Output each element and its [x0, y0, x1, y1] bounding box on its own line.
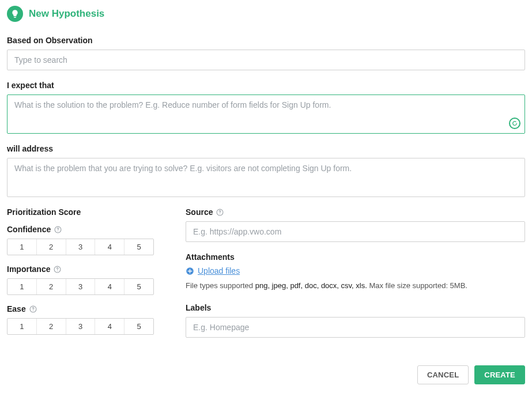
ease-scale: 1 2 3 4 5	[7, 318, 154, 335]
confidence-2[interactable]: 2	[37, 239, 66, 255]
expect-textarea[interactable]	[7, 95, 525, 134]
help-icon[interactable]	[216, 209, 224, 216]
footer-actions: CANCEL CREATE	[7, 365, 525, 384]
plus-circle-icon	[186, 267, 194, 275]
labels-input[interactable]	[186, 317, 525, 338]
observation-input[interactable]	[7, 50, 525, 70]
confidence-label-text: Confidence	[7, 225, 51, 234]
help-icon[interactable]	[29, 305, 37, 313]
importance-label-text: Importance	[7, 264, 50, 274]
source-label: Source	[186, 207, 525, 217]
expect-label: I expect that	[7, 81, 525, 90]
confidence-3[interactable]: 3	[66, 239, 96, 255]
ease-label-text: Ease	[7, 304, 26, 313]
note-suffix: Max file size supported: 5MB.	[367, 281, 467, 290]
importance-2[interactable]: 2	[37, 279, 66, 294]
cancel-button[interactable]: CANCEL	[417, 365, 469, 384]
source-label-text: Source	[186, 207, 213, 217]
ease-3[interactable]: 3	[66, 319, 96, 334]
ease-2[interactable]: 2	[37, 319, 66, 334]
source-input[interactable]	[186, 221, 525, 242]
confidence-label: Confidence	[7, 225, 157, 234]
importance-3[interactable]: 3	[66, 279, 96, 294]
ease-label: Ease	[7, 304, 157, 313]
create-button[interactable]: CREATE	[474, 365, 525, 384]
page-header: New Hypothesis	[7, 6, 525, 22]
svg-point-1	[58, 230, 58, 231]
importance-scale: 1 2 3 4 5	[7, 278, 154, 295]
prioritization-title: Prioritization Score	[7, 207, 157, 217]
svg-point-5	[33, 310, 33, 311]
ease-1[interactable]: 1	[7, 319, 37, 334]
help-icon[interactable]	[54, 266, 61, 273]
importance-5[interactable]: 5	[124, 279, 153, 294]
upload-files-link[interactable]: Upload files	[198, 266, 240, 275]
note-types: png, jpeg, pdf, doc, docx, csv, xls.	[255, 281, 367, 290]
address-label: will address	[7, 144, 525, 153]
attachments-label: Attachments	[186, 252, 525, 262]
svg-point-7	[220, 213, 220, 214]
confidence-scale: 1 2 3 4 5	[7, 239, 154, 255]
help-icon[interactable]	[54, 226, 62, 233]
confidence-1[interactable]: 1	[7, 239, 37, 255]
svg-point-3	[57, 270, 58, 271]
note-prefix: File types supported	[186, 281, 255, 290]
ease-4[interactable]: 4	[95, 319, 124, 334]
prioritization-section: Prioritization Score Confidence 1 2 3 4 …	[7, 207, 157, 348]
page-title: New Hypothesis	[29, 8, 104, 20]
attachments-note: File types supported png, jpeg, pdf, doc…	[186, 280, 525, 292]
lightbulb-icon	[7, 6, 23, 22]
grammarly-icon	[509, 118, 520, 129]
observation-label: Based on Observation	[7, 36, 525, 45]
importance-4[interactable]: 4	[95, 279, 124, 294]
confidence-5[interactable]: 5	[124, 239, 153, 255]
ease-5[interactable]: 5	[124, 319, 153, 334]
importance-1[interactable]: 1	[7, 279, 37, 294]
address-textarea[interactable]	[7, 158, 525, 197]
labels-label: Labels	[186, 303, 525, 312]
importance-label: Importance	[7, 264, 157, 274]
confidence-4[interactable]: 4	[95, 239, 124, 255]
